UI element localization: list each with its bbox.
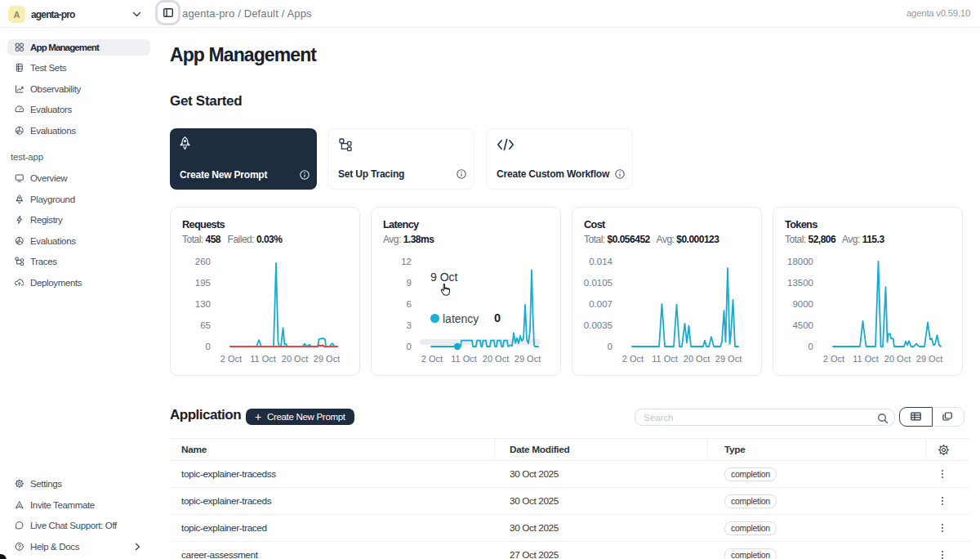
svg-text:0: 0	[407, 342, 412, 351]
svg-text:9000: 9000	[792, 299, 813, 309]
svg-text:0: 0	[608, 342, 612, 351]
svg-text:29 Oct: 29 Oct	[314, 354, 340, 364]
svg-text:0: 0	[808, 342, 813, 351]
svg-text:9: 9	[407, 278, 412, 288]
svg-text:18000: 18000	[787, 257, 813, 266]
svg-text:130: 130	[195, 299, 211, 309]
svg-text:20 Oct: 20 Oct	[483, 354, 509, 364]
svg-text:0.007: 0.007	[589, 299, 612, 309]
svg-text:12: 12	[401, 257, 412, 266]
svg-text:2 Oct: 2 Oct	[823, 354, 844, 364]
svg-text:0.014: 0.014	[589, 257, 612, 266]
svg-text:6: 6	[407, 299, 412, 309]
svg-text:0.0035: 0.0035	[584, 320, 612, 330]
svg-text:260: 260	[195, 257, 211, 266]
svg-text:2 Oct: 2 Oct	[421, 354, 443, 364]
svg-text:29 Oct: 29 Oct	[514, 354, 541, 364]
svg-text:11 Oct: 11 Oct	[250, 354, 276, 364]
svg-text:29 Oct: 29 Oct	[715, 354, 742, 364]
svg-text:11 Oct: 11 Oct	[853, 354, 879, 364]
svg-text:65: 65	[200, 320, 211, 330]
svg-text:0.0105: 0.0105	[584, 278, 612, 288]
svg-text:3: 3	[407, 320, 412, 330]
svg-text:11 Oct: 11 Oct	[451, 354, 477, 364]
svg-text:4500: 4500	[792, 320, 813, 330]
svg-text:195: 195	[195, 278, 211, 288]
svg-text:20 Oct: 20 Oct	[282, 354, 308, 364]
svg-text:29 Oct: 29 Oct	[916, 354, 942, 364]
svg-text:13500: 13500	[787, 278, 813, 288]
svg-text:0: 0	[206, 342, 211, 351]
svg-text:11 Oct: 11 Oct	[652, 354, 678, 364]
svg-text:20 Oct: 20 Oct	[684, 354, 710, 364]
svg-text:2 Oct: 2 Oct	[220, 354, 242, 364]
svg-text:20 Oct: 20 Oct	[884, 354, 911, 364]
svg-text:2 Oct: 2 Oct	[622, 354, 644, 364]
